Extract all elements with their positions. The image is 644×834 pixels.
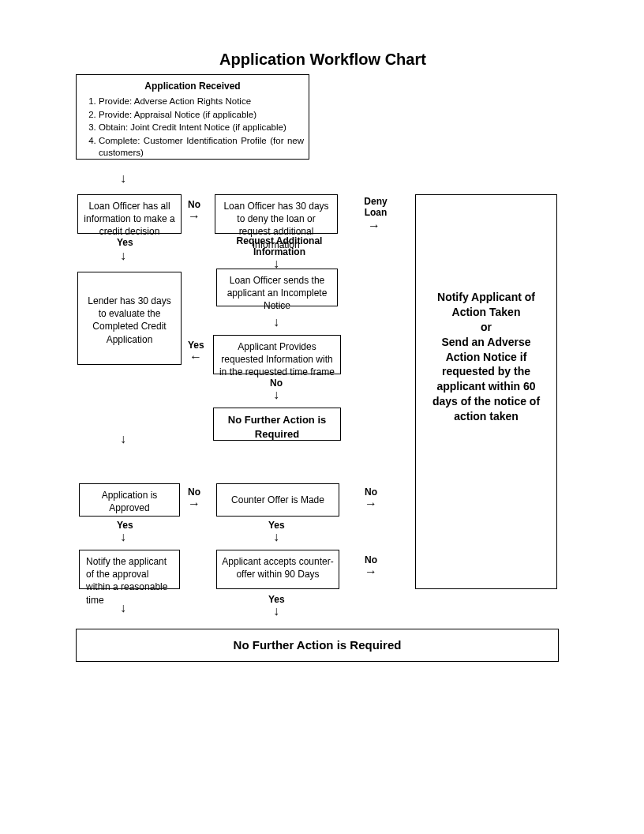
box-notify-action: Notify Applicant of Action Taken or Send… (415, 194, 557, 589)
arrow-down-icon: ↓ (273, 389, 279, 401)
arrow-down-icon: ↓ (120, 433, 126, 445)
box-notify-approval: Notify the applicant of the approval wit… (79, 550, 180, 589)
arrow-right-icon: → (188, 210, 200, 223)
label-yes: Yes (117, 520, 133, 531)
box-loan-officer-30: Loan Officer has 30 days to deny the loa… (215, 194, 338, 234)
label-deny-loan: DenyLoan (360, 196, 391, 218)
arrow-down-icon: ↓ (120, 602, 126, 614)
label-yes: Yes (117, 237, 133, 248)
label-no: No (365, 554, 377, 565)
box-loan-officer-info: Loan Officer has all information to make… (77, 194, 182, 234)
box-lender-30: Lender has 30 days to evaluate the Compl… (77, 272, 182, 365)
label-yes: Yes (188, 340, 204, 351)
box-counter-offer: Counter Offer is Made (216, 483, 339, 517)
arrow-down-icon: ↓ (120, 172, 126, 185)
arrow-right-icon: → (188, 498, 200, 510)
label-yes: Yes (268, 520, 285, 531)
box-no-action-mid: No Further Action is Required (213, 408, 341, 441)
list-item: Provide: Adverse Action Rights Notice (99, 96, 304, 108)
box-app-approved: Application is Approved (79, 483, 180, 517)
list-item: Obtain: Joint Credit Intent Notice (if a… (99, 122, 304, 134)
box-incomplete-notice: Loan Officer sends the applicant an Inco… (216, 269, 338, 306)
label-request-additional: Request Additional Information (224, 235, 335, 257)
box-application-received: Application Received Provide: Adverse Ac… (76, 74, 309, 160)
box-applicant-accepts: Applicant accepts counter-offer within 9… (216, 550, 339, 589)
list-item: Complete: Customer Identification Profil… (99, 135, 304, 160)
label-yes: Yes (268, 594, 285, 605)
box-applicant-provides: Applicant Provides requested Information… (213, 335, 341, 374)
arrow-right-icon: → (365, 498, 377, 510)
app-received-list: Provide: Adverse Action Rights Notice Pr… (81, 96, 304, 160)
arrow-right-icon: → (365, 565, 377, 578)
page-title: Application Workflow Chart (219, 51, 426, 69)
arrow-down-icon: ↓ (273, 316, 279, 329)
label-no: No (188, 486, 200, 498)
label-no: No (188, 199, 200, 210)
arrow-down-icon: ↓ (273, 531, 279, 543)
arrow-right-icon: → (368, 220, 380, 232)
box-no-action-final: No Further Action is Required (76, 629, 559, 662)
app-received-heading: Application Received (81, 80, 304, 92)
list-item: Provide: Appraisal Notice (if applicable… (99, 109, 304, 122)
arrow-down-icon: ↓ (273, 605, 279, 618)
arrow-down-icon: ↓ (120, 531, 126, 543)
arrow-left-icon: ← (189, 351, 202, 363)
arrow-down-icon: ↓ (120, 250, 126, 262)
label-no: No (270, 378, 283, 389)
label-no: No (365, 486, 377, 498)
